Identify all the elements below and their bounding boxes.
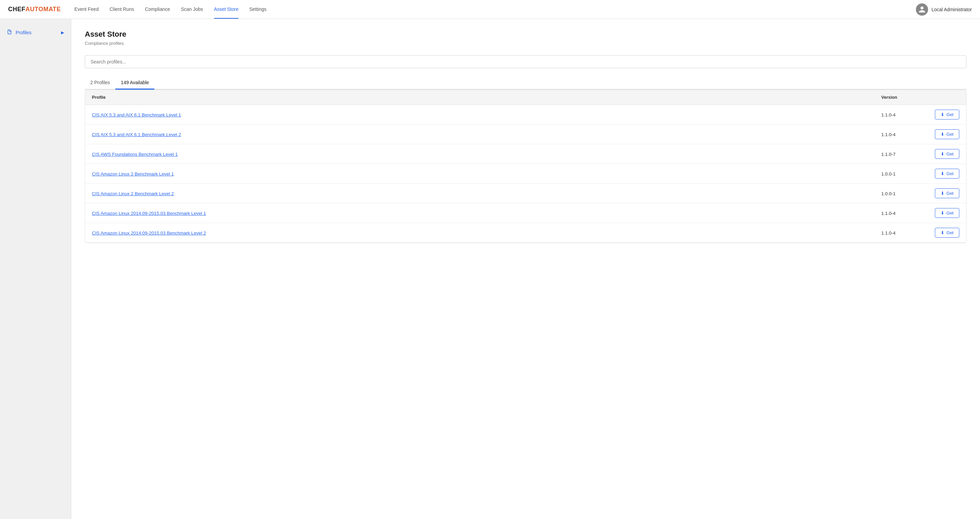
tab-profiles[interactable]: 2 Profiles <box>85 77 115 89</box>
sidebar-arrow-icon: ▶ <box>61 30 64 35</box>
action-cell: ⬇Get <box>925 105 966 125</box>
profiles-icon <box>7 29 12 36</box>
get-button[interactable]: ⬇Get <box>935 129 959 139</box>
get-button[interactable]: ⬇Get <box>935 208 959 218</box>
action-cell: ⬇Get <box>925 203 966 223</box>
table-row: CIS AWS Foundations Benchmark Level 11.1… <box>85 144 966 164</box>
table-body: CIS AIX 5.3 and AIX 6.1 Benchmark Level … <box>85 105 966 243</box>
download-icon: ⬇ <box>941 112 944 117</box>
app-logo: CHEFAUTOMATE <box>8 6 61 13</box>
table-row: CIS AIX 5.3 and AIX 6.1 Benchmark Level … <box>85 105 966 125</box>
version-value: 1.0.0-1 <box>881 171 896 177</box>
profile-name-cell: CIS Amazon Linux 2014.09-2015.03 Benchma… <box>85 203 875 223</box>
col-action <box>925 90 966 105</box>
download-icon: ⬇ <box>941 171 944 176</box>
profile-link[interactable]: CIS AIX 5.3 and AIX 6.1 Benchmark Level … <box>92 132 181 137</box>
version-cell: 1.1.0-4 <box>875 125 925 144</box>
download-icon: ⬇ <box>941 211 944 216</box>
profile-link[interactable]: CIS AWS Foundations Benchmark Level 1 <box>92 152 178 157</box>
col-version: Version <box>875 90 925 105</box>
sidebar-item-label: Profiles <box>16 30 32 35</box>
action-cell: ⬇Get <box>925 144 966 164</box>
avatar[interactable] <box>916 3 928 16</box>
table-row: CIS Amazon Linux 2014.09-2015.03 Benchma… <box>85 223 966 243</box>
app-body: Profiles ▶ Asset Store Compliance profil… <box>0 19 980 519</box>
download-icon: ⬇ <box>941 230 944 235</box>
get-label: Get <box>947 211 953 216</box>
get-button[interactable]: ⬇Get <box>935 188 959 198</box>
get-button[interactable]: ⬇Get <box>935 110 959 120</box>
nav-settings[interactable]: Settings <box>249 0 267 19</box>
version-value: 1.1.0-4 <box>881 132 896 137</box>
nav-user: Local Administrator <box>916 3 972 16</box>
nav-scan-jobs[interactable]: Scan Jobs <box>181 0 203 19</box>
tab-available[interactable]: 149 Available <box>115 77 154 89</box>
profile-link[interactable]: CIS Amazon Linux 2 Benchmark Level 2 <box>92 191 174 196</box>
download-icon: ⬇ <box>941 191 944 196</box>
tabs: 2 Profiles 149 Available <box>85 77 966 89</box>
get-button[interactable]: ⬇Get <box>935 169 959 179</box>
get-button[interactable]: ⬇Get <box>935 228 959 238</box>
nav-event-feed[interactable]: Event Feed <box>74 0 99 19</box>
top-nav: CHEFAUTOMATE Event Feed Client Runs Comp… <box>0 0 980 19</box>
download-icon: ⬇ <box>941 152 944 156</box>
profile-name-cell: CIS Amazon Linux 2014.09-2015.03 Benchma… <box>85 223 875 243</box>
table-row: CIS AIX 5.3 and AIX 6.1 Benchmark Level … <box>85 125 966 144</box>
main-content: Asset Store Compliance profiles. 2 Profi… <box>71 19 980 519</box>
get-label: Get <box>947 171 953 176</box>
profile-name-cell: CIS AIX 5.3 and AIX 6.1 Benchmark Level … <box>85 105 875 125</box>
version-value: 1.1.0-4 <box>881 230 896 236</box>
col-profile: Profile <box>85 90 875 105</box>
version-value: 1.1.0-4 <box>881 112 896 117</box>
action-cell: ⬇Get <box>925 164 966 184</box>
user-name-label: Local Administrator <box>931 7 972 12</box>
version-cell: 1.0.0-1 <box>875 184 925 203</box>
profile-link[interactable]: CIS Amazon Linux 2 Benchmark Level 1 <box>92 171 174 177</box>
profile-name-cell: CIS AIX 5.3 and AIX 6.1 Benchmark Level … <box>85 125 875 144</box>
nav-compliance[interactable]: Compliance <box>145 0 170 19</box>
version-cell: 1.1.0-7 <box>875 144 925 164</box>
logo-chef: CHEF <box>8 6 25 13</box>
profiles-table-wrapper: Profile Version CIS AIX 5.3 and AIX 6.1 … <box>85 89 966 243</box>
get-label: Get <box>947 132 953 137</box>
get-label: Get <box>947 152 953 156</box>
action-cell: ⬇Get <box>925 223 966 243</box>
profile-link[interactable]: CIS Amazon Linux 2014.09-2015.03 Benchma… <box>92 211 206 216</box>
version-cell: 1.1.0-4 <box>875 105 925 125</box>
get-button[interactable]: ⬇Get <box>935 149 959 159</box>
get-label: Get <box>947 191 953 196</box>
get-label: Get <box>947 112 953 117</box>
page-title: Asset Store <box>85 30 966 39</box>
table-row: CIS Amazon Linux 2014.09-2015.03 Benchma… <box>85 203 966 223</box>
sidebar: Profiles ▶ <box>0 19 71 519</box>
profile-name-cell: CIS Amazon Linux 2 Benchmark Level 1 <box>85 164 875 184</box>
page-subtitle: Compliance profiles. <box>85 41 966 46</box>
nav-links: Event Feed Client Runs Compliance Scan J… <box>74 0 916 19</box>
get-label: Get <box>947 230 953 235</box>
version-cell: 1.1.0-4 <box>875 223 925 243</box>
logo-automate: AUTOMATE <box>25 6 61 13</box>
profile-link[interactable]: CIS Amazon Linux 2014.09-2015.03 Benchma… <box>92 230 206 236</box>
profile-name-cell: CIS Amazon Linux 2 Benchmark Level 2 <box>85 184 875 203</box>
version-value: 1.1.0-4 <box>881 211 896 216</box>
version-value: 1.1.0-7 <box>881 152 896 157</box>
profile-link[interactable]: CIS AIX 5.3 and AIX 6.1 Benchmark Level … <box>92 112 181 117</box>
action-cell: ⬇Get <box>925 184 966 203</box>
profiles-table: Profile Version CIS AIX 5.3 and AIX 6.1 … <box>85 90 966 243</box>
version-cell: 1.1.0-4 <box>875 203 925 223</box>
profile-name-cell: CIS AWS Foundations Benchmark Level 1 <box>85 144 875 164</box>
table-row: CIS Amazon Linux 2 Benchmark Level 11.0.… <box>85 164 966 184</box>
action-cell: ⬇Get <box>925 125 966 144</box>
sidebar-item-profiles[interactable]: Profiles ▶ <box>0 26 71 39</box>
version-cell: 1.0.0-1 <box>875 164 925 184</box>
search-input[interactable] <box>85 55 966 68</box>
version-value: 1.0.0-1 <box>881 191 896 196</box>
nav-asset-store[interactable]: Asset Store <box>214 0 239 19</box>
table-row: CIS Amazon Linux 2 Benchmark Level 21.0.… <box>85 184 966 203</box>
table-header: Profile Version <box>85 90 966 105</box>
download-icon: ⬇ <box>941 132 944 137</box>
nav-client-runs[interactable]: Client Runs <box>110 0 134 19</box>
